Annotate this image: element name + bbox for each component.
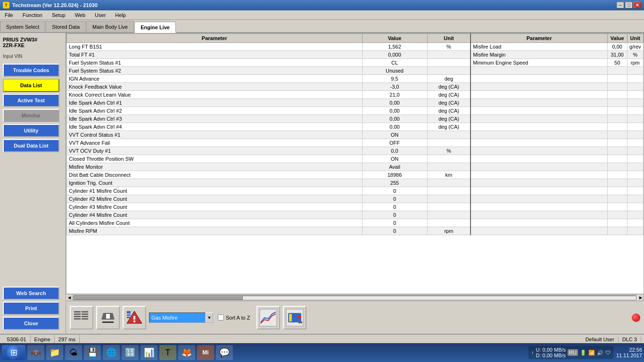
left-value-cell: ON (362, 131, 427, 139)
taskbar-calc-icon[interactable]: 🔢 (122, 345, 139, 360)
app-icon: T (3, 2, 9, 8)
right-param-cell (471, 195, 607, 203)
sort-label: Sort A to Z (226, 315, 250, 321)
left-param-cell: Misfire Monitor (67, 163, 363, 171)
right-unit-cell (627, 163, 643, 171)
menu-file[interactable]: File (2, 11, 16, 19)
minimize-button[interactable]: ─ (617, 2, 624, 8)
right-value-cell (607, 107, 627, 115)
fuel-gauge-button[interactable] (283, 306, 306, 329)
dual-data-list-button[interactable]: Dual Data List (3, 139, 59, 152)
left-value-cell: 0,00 (362, 115, 427, 123)
tab-engine-live[interactable]: Engine Live (134, 22, 176, 33)
trouble-codes-button[interactable]: Trouble Codes (3, 64, 59, 77)
left-value-cell: 0 (362, 219, 427, 227)
taskbar-weather-icon[interactable]: 🌤 (65, 345, 82, 360)
table-row: Idle Spark Advn Ctrl #3 0,00 deg (CA) (67, 115, 644, 123)
right-unit-cell (627, 83, 643, 91)
edit-button[interactable] (96, 306, 120, 329)
right-param-cell: Misfire Margin (471, 51, 607, 59)
svg-rect-6 (82, 316, 88, 317)
svg-rect-14 (127, 311, 131, 313)
right-unit-cell (627, 67, 643, 75)
left-param-cell: Knock Correct Learn Value (67, 91, 363, 99)
right-value-cell (607, 115, 627, 123)
taskbar-files-icon[interactable]: 📁 (46, 345, 63, 360)
table-row: Knock Feedback Value -3,0 deg (CA) (67, 83, 644, 91)
scroll-right-arrow[interactable]: ▶ (637, 295, 644, 301)
table-row: Dist Batt Cable Disconnect 18986 km (67, 171, 644, 179)
svg-rect-2 (74, 316, 81, 317)
horizontal-scrollbar[interactable]: ◀ ▶ (66, 294, 644, 301)
utility-button[interactable]: Utility (3, 124, 59, 137)
taskbar-firefox-icon[interactable]: 🦊 (178, 345, 195, 360)
warning-button[interactable] (123, 306, 146, 329)
left-value-cell: -3,0 (362, 83, 427, 91)
left-value-cell: 0,0 (362, 147, 427, 155)
maximize-button[interactable]: □ (625, 2, 633, 8)
close-button[interactable]: Close (3, 317, 59, 330)
network-icon: 📶 (588, 350, 595, 356)
right-param-cell (471, 83, 607, 91)
left-unit-cell: deg (CA) (427, 123, 471, 131)
data-table-scroll[interactable]: Parameter Value Unit Parameter Value Uni… (66, 33, 644, 294)
taskbar-chat-icon[interactable]: 💬 (216, 345, 233, 360)
right-value-cell (607, 67, 627, 75)
svg-rect-1 (74, 313, 81, 315)
monitor-button[interactable]: Monitor (3, 109, 59, 122)
left-unit-cell (427, 139, 471, 147)
sort-checkbox[interactable] (218, 314, 224, 321)
table-row: Cylinder #4 Misfire Count 0 (67, 211, 644, 219)
taskbar-techstream-icon[interactable]: T (159, 345, 176, 360)
gas-misfire-dropdown[interactable]: Gas Misfire (149, 313, 206, 323)
scroll-left-arrow[interactable]: ◀ (66, 295, 73, 301)
close-window-button[interactable]: ✕ (634, 2, 641, 8)
dropdown-arrow[interactable]: ▼ (206, 313, 213, 323)
scrollbar-track[interactable] (74, 296, 636, 300)
menu-function[interactable]: Function (20, 11, 45, 19)
line-chart-button[interactable] (256, 306, 280, 329)
table-row: Idle Spark Advn Ctrl #2 0,00 deg (CA) (67, 107, 644, 115)
menu-web[interactable]: Web (72, 11, 88, 19)
car-model: PRIUS ZVW3# (3, 37, 63, 42)
taskbar-mi-icon[interactable]: Mi (197, 345, 214, 360)
tab-stored-data[interactable]: Stored Data (46, 21, 86, 32)
left-param-cell: Long FT B1S1 (67, 43, 363, 51)
right-value-cell (607, 131, 627, 139)
left-value-cell: 0,00 (362, 123, 427, 131)
print-button[interactable]: Print (3, 302, 59, 315)
left-param-cell: Cylinder #3 Misfire Count (67, 203, 363, 211)
menu-setup[interactable]: Setup (49, 11, 68, 19)
menu-user[interactable]: User (92, 11, 108, 19)
right-unit-cell (627, 75, 643, 83)
svg-rect-16 (127, 317, 131, 318)
svg-point-21 (297, 315, 301, 319)
right-param-cell (471, 115, 607, 123)
taskbar-save-icon[interactable]: 💾 (84, 345, 101, 360)
right-param-cell (471, 211, 607, 219)
svg-rect-15 (127, 314, 131, 316)
download-speed: 0,00 MB/s (543, 353, 566, 358)
taskbar: ⊞ 🦇 📁 🌤 💾 🌐 🔢 📊 T 🦊 Mi 💬 ↑ U: 0,00 MB/s … (0, 343, 644, 362)
taskbar-bat-icon[interactable]: 🦇 (27, 345, 44, 360)
right-param-cell (471, 91, 607, 99)
tab-main-body-live[interactable]: Main Body Live (86, 21, 134, 32)
language-indicator[interactable]: RU (568, 349, 578, 356)
svg-rect-7 (82, 318, 88, 320)
left-value-cell: 0 (362, 211, 427, 219)
tab-system-select[interactable]: System Select (0, 21, 45, 32)
clock-time: 22:56 (616, 347, 642, 353)
data-list-button[interactable]: Data List (3, 79, 59, 92)
scrollbar-thumb[interactable] (74, 296, 243, 300)
left-unit-cell (427, 179, 471, 187)
menu-help[interactable]: Help (112, 11, 129, 19)
web-search-button[interactable]: Web Search (3, 287, 59, 300)
start-button[interactable]: ⊞ (2, 345, 25, 360)
list-view-button[interactable] (70, 306, 93, 329)
svg-rect-4 (82, 311, 88, 313)
dropdown-label: Gas Misfire (151, 315, 178, 321)
svg-rect-5 (82, 313, 88, 315)
taskbar-globe-icon[interactable]: 🌐 (103, 345, 120, 360)
active-test-button[interactable]: Active Test (3, 94, 59, 107)
taskbar-excel-icon[interactable]: 📊 (140, 345, 157, 360)
